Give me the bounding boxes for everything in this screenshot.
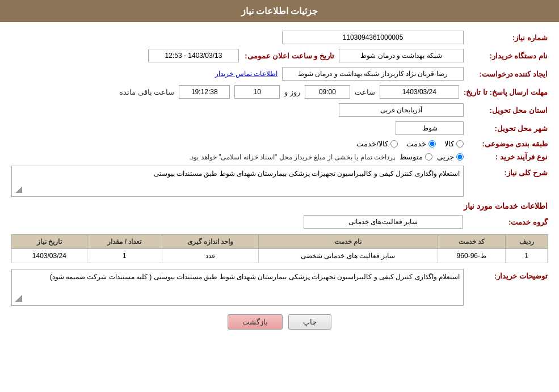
services-table-section: ردیف کد خدمت نام خدمت واحد اندازه گیری ت… [11, 234, 548, 263]
cell-code: ط-96-960 [438, 249, 505, 263]
category-khadamat-item[interactable]: خدمت [406, 140, 436, 148]
cell-row: 1 [506, 249, 548, 263]
col-code: کد خدمت [438, 235, 505, 249]
button-row: چاپ بازگشت [11, 314, 548, 330]
process-motavaset-item[interactable]: متوسط [400, 153, 432, 161]
service-group-label: گروه خدمت: [468, 218, 548, 226]
contact-link[interactable]: اطلاعات تماس خریدار [215, 70, 278, 78]
reply-deadline-row: مهلت ارسال پاسخ: تا تاریخ: ساعت روز و سا… [11, 85, 548, 99]
col-quantity: تعداد / مقدار [87, 235, 162, 249]
announce-date-label: تاریخ و ساعت اعلان عمومی: [243, 52, 334, 60]
category-kala-radio[interactable] [456, 140, 464, 147]
province-row: استان محل تحویل: [11, 103, 548, 117]
creator-row: ایجاد کننده درخواست: اطلاعات تماس خریدار [11, 67, 548, 81]
services-table: ردیف کد خدمت نام خدمت واحد اندازه گیری ت… [11, 234, 548, 263]
main-content: شماره نیاز: نام دستگاه خریدار: تاریخ و س… [0, 22, 559, 344]
page-title: جزئیات اطلاعات نیاز [241, 6, 318, 16]
buyer-notes-container: استعلام واگذاری کنترل کیفی و کالیبراسیون… [11, 269, 464, 306]
reply-time-input[interactable] [305, 85, 350, 99]
process-note: پرداخت تمام یا بخشی از مبلغ خریداز محل "… [11, 153, 395, 161]
category-kala-item[interactable]: کالا [444, 140, 464, 148]
need-desc-text: استعلام واگذاری کنترل کیفی و کالیبراسیون… [22, 170, 460, 178]
category-khadamat-radio[interactable] [428, 140, 436, 147]
cell-date: 1403/03/24 [12, 249, 87, 263]
services-info-title: اطلاعات خدمات مورد نیاز [11, 201, 548, 210]
process-jezii-item[interactable]: جزیی [437, 153, 464, 161]
reply-date-input[interactable] [380, 85, 459, 99]
time-label: ساعت [355, 88, 375, 96]
col-name: نام خدمت [259, 235, 438, 249]
cell-quantity: 1 [87, 249, 162, 263]
cell-unit: عدد [162, 249, 259, 263]
days-label: روز و [284, 88, 300, 96]
cell-name: سایر فعالیت های خدماتی شخصی [259, 249, 438, 263]
category-kala-khadamat-radio[interactable] [390, 140, 398, 147]
buyer-org-input[interactable] [339, 49, 464, 62]
province-input[interactable] [339, 103, 464, 117]
need-desc-row: شرح کلی نیاز: استعلام واگذاری کنترل کیفی… [11, 166, 548, 197]
reply-days-input[interactable] [234, 85, 280, 99]
creator-input[interactable] [282, 67, 464, 81]
buyer-notes-text: استعلام واگذاری کنترل کیفی و کالیبراسیون… [22, 273, 460, 281]
buyer-announce-row: نام دستگاه خریدار: تاریخ و ساعت اعلان عم… [11, 49, 548, 62]
need-desc-container: استعلام واگذاری کنترل کیفی و کالیبراسیون… [11, 166, 464, 197]
buyer-notes-resize[interactable] [15, 295, 22, 302]
buyer-notes-label: توضیحات خریدار: [468, 269, 548, 280]
buyer-org-label: نام دستگاه خریدار: [468, 52, 548, 60]
page-wrapper: جزئیات اطلاعات نیاز شماره نیاز: نام دستگ… [0, 0, 559, 392]
page-header: جزئیات اطلاعات نیاز [0, 0, 559, 22]
remaining-label: ساعت باقی مانده [119, 88, 174, 96]
table-header-row: ردیف کد خدمت نام خدمت واحد اندازه گیری ت… [12, 235, 548, 249]
table-row: 1ط-96-960سایر فعالیت های خدماتی شخصیعدد1… [12, 249, 548, 263]
process-label: نوع فرآیند خرید : [468, 153, 548, 161]
city-label: شهر محل تحویل: [468, 124, 548, 133]
col-unit: واحد اندازه گیری [162, 235, 259, 249]
process-motavaset-label: متوسط [400, 153, 423, 161]
reply-remaining-input[interactable] [179, 85, 230, 99]
announce-date-input[interactable] [148, 49, 239, 62]
category-khadamat-label: خدمت [406, 140, 426, 148]
category-row: طبقه بندی موضوعی: کالا خدمت کالا/خدمت [11, 140, 548, 148]
resize-handle[interactable] [15, 186, 22, 193]
need-number-input[interactable] [282, 31, 464, 44]
col-date: تاریخ نیاز [12, 235, 87, 249]
service-group-row: گروه خدمت: [11, 215, 548, 229]
need-number-label: شماره نیاز: [468, 33, 548, 42]
creator-label: ایجاد کننده درخواست: [468, 70, 548, 78]
service-group-input[interactable] [304, 215, 463, 229]
buyer-notes-row: توضیحات خریدار: استعلام واگذاری کنترل کی… [11, 269, 548, 306]
need-desc-label: شرح کلی نیاز: [468, 166, 548, 177]
category-kala-label: کالا [444, 140, 454, 148]
reply-deadline-label: مهلت ارسال پاسخ: تا تاریخ: [464, 88, 548, 96]
process-motavaset-radio[interactable] [425, 153, 432, 161]
col-row-num: ردیف [506, 235, 548, 249]
back-button[interactable]: بازگشت [228, 314, 283, 330]
process-row: نوع فرآیند خرید : جزیی متوسط پرداخت تمام… [11, 153, 548, 161]
need-number-row: شماره نیاز: [11, 31, 548, 44]
process-jezii-radio[interactable] [456, 153, 464, 161]
city-row: شهر محل تحویل: [11, 121, 548, 135]
category-label: طبقه بندی موضوعی: [468, 140, 548, 148]
province-label: استان محل تحویل: [468, 106, 548, 115]
city-input[interactable] [396, 121, 464, 135]
process-jezii-label: جزیی [437, 153, 454, 161]
category-radio-group: کالا خدمت کالا/خدمت [356, 140, 464, 148]
print-button[interactable]: چاپ [288, 314, 331, 330]
category-kala-khadamat-item[interactable]: کالا/خدمت [356, 140, 398, 148]
category-kala-khadamat-label: کالا/خدمت [356, 140, 388, 148]
